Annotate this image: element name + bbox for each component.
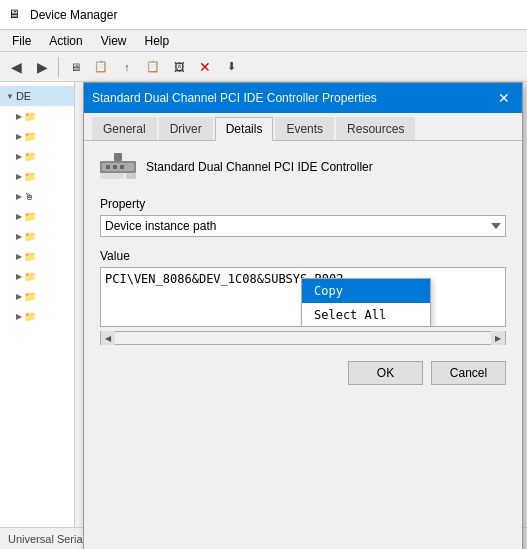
menu-help[interactable]: Help — [137, 32, 178, 50]
svg-rect-2 — [114, 153, 122, 161]
tree-arrow-10: ▶ — [16, 292, 22, 301]
tab-bar: General Driver Details Events Resources — [84, 113, 522, 141]
svg-rect-5 — [120, 165, 124, 169]
tree-item-5[interactable]: ▶ 🖱 — [0, 186, 74, 206]
value-label: Value — [100, 249, 506, 263]
toolbar: ◀ ▶ 🖥 📋 ↑ 📋 🖼 ✕ ⬇ — [0, 52, 527, 82]
titlebar: 🖥 Device Manager — [0, 0, 527, 30]
app-title: Device Manager — [30, 8, 117, 22]
property-select[interactable]: Device instance path — [100, 215, 506, 237]
tree-arrow-4: ▶ — [16, 172, 22, 181]
dialog-titlebar: Standard Dual Channel PCI IDE Controller… — [84, 83, 522, 113]
tree-item-8[interactable]: ▶ 📁 — [0, 246, 74, 266]
tree-root[interactable]: ▼ DE — [0, 86, 74, 106]
context-menu-copy[interactable]: Copy — [302, 279, 430, 303]
scrollbar-track[interactable] — [115, 332, 491, 344]
tree-item-9[interactable]: ▶ 📁 — [0, 266, 74, 286]
main-content: ▼ DE ▶ 📁 ▶ 📁 ▶ 📁 ▶ 📁 ▶ 🖱 — [0, 82, 527, 549]
tab-general[interactable]: General — [92, 117, 157, 140]
properties-dialog: Standard Dual Channel PCI IDE Controller… — [83, 82, 523, 549]
svg-rect-3 — [106, 165, 110, 169]
toolbar-properties-button[interactable]: 📋 — [89, 55, 113, 79]
app-icon: 🖥 — [8, 7, 24, 23]
ok-button[interactable]: OK — [348, 361, 423, 385]
toolbar-remove-button[interactable]: ✕ — [193, 55, 217, 79]
toolbar-icon-button[interactable]: 🖼 — [167, 55, 191, 79]
tab-events[interactable]: Events — [275, 117, 334, 140]
tab-resources[interactable]: Resources — [336, 117, 415, 140]
tree-arrow-1: ▶ — [16, 112, 22, 121]
horizontal-scrollbar[interactable]: ◀ ▶ — [100, 331, 506, 345]
tree-item-11[interactable]: ▶ 📁 — [0, 306, 74, 326]
tab-details[interactable]: Details — [215, 117, 274, 141]
cancel-button[interactable]: Cancel — [431, 361, 506, 385]
tree-arrow-7: ▶ — [16, 232, 22, 241]
tree-arrow-11: ▶ — [16, 312, 22, 321]
device-name-label: Standard Dual Channel PCI IDE Controller — [146, 160, 373, 174]
menu-action[interactable]: Action — [41, 32, 90, 50]
pci-controller-icon — [100, 153, 136, 181]
tree-arrow-3: ▶ — [16, 152, 22, 161]
menu-file[interactable]: File — [4, 32, 39, 50]
tree-arrow-9: ▶ — [16, 272, 22, 281]
dialog-title: Standard Dual Channel PCI IDE Controller… — [92, 91, 377, 105]
scrollbar-right-button[interactable]: ▶ — [491, 331, 505, 345]
scrollbar-left-button[interactable]: ◀ — [101, 331, 115, 345]
tree-arrow-5: ▶ — [16, 192, 22, 201]
menu-view[interactable]: View — [93, 32, 135, 50]
tree-item-3[interactable]: ▶ 📁 — [0, 146, 74, 166]
tab-driver[interactable]: Driver — [159, 117, 213, 140]
svg-rect-7 — [100, 173, 124, 179]
tree-item-6[interactable]: ▶ 📁 — [0, 206, 74, 226]
device-icon — [100, 153, 136, 181]
menubar: File Action View Help — [0, 30, 527, 52]
dialog-buttons: OK Cancel — [100, 361, 506, 385]
device-manager-window: 🖥 Device Manager File Action View Help ◀… — [0, 0, 527, 549]
tree-root-label: DE — [16, 90, 31, 102]
toolbar-back-button[interactable]: ◀ — [4, 55, 28, 79]
toolbar-scan-button[interactable]: ⬇ — [219, 55, 243, 79]
tree-arrow-6: ▶ — [16, 212, 22, 221]
dialog-body: Standard Dual Channel PCI IDE Controller… — [84, 141, 522, 397]
tree-expand-icon: ▼ — [6, 92, 14, 101]
toolbar-device-manager-button[interactable]: 🖥 — [63, 55, 87, 79]
tree-item-10[interactable]: ▶ 📁 — [0, 286, 74, 306]
tree-item-4[interactable]: ▶ 📁 — [0, 166, 74, 186]
context-menu: Copy Select All — [301, 278, 431, 327]
toolbar-separator-1 — [58, 57, 59, 77]
svg-rect-4 — [113, 165, 117, 169]
tree-item-7[interactable]: ▶ 📁 — [0, 226, 74, 246]
context-menu-select-all[interactable]: Select All — [302, 303, 430, 327]
tree-arrow-2: ▶ — [16, 132, 22, 141]
property-label: Property — [100, 197, 506, 211]
toolbar-update-button[interactable]: ↑ — [115, 55, 139, 79]
value-box[interactable]: PCI\VEN_8086&DEV_1C08&SUBSYS_B002 Copy S… — [100, 267, 506, 327]
tree-item-2[interactable]: ▶ 📁 — [0, 126, 74, 146]
svg-rect-6 — [126, 173, 136, 179]
toolbar-driver-button[interactable]: 📋 — [141, 55, 165, 79]
toolbar-forward-button[interactable]: ▶ — [30, 55, 54, 79]
sidebar-tree: ▼ DE ▶ 📁 ▶ 📁 ▶ 📁 ▶ 📁 ▶ 🖱 — [0, 82, 75, 549]
dialog-close-button[interactable]: ✕ — [494, 88, 514, 108]
tree-item-1[interactable]: ▶ 📁 — [0, 106, 74, 126]
device-header: Standard Dual Channel PCI IDE Controller — [100, 153, 506, 181]
tree-arrow-8: ▶ — [16, 252, 22, 261]
